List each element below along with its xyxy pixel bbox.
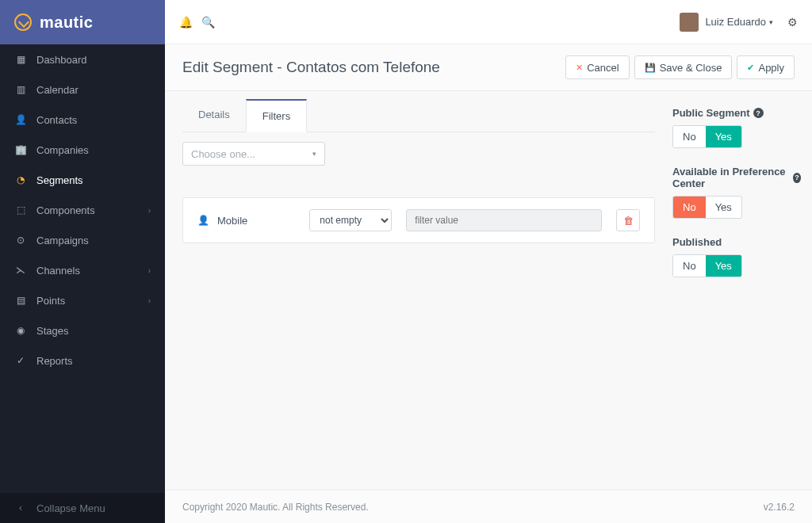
tabs: Details Filters [182, 99, 655, 132]
page-header: Edit Segment - Contatos com Telefone ✕Ca… [165, 44, 812, 91]
check-icon: ✔ [747, 63, 754, 73]
channels-icon: ⋋ [14, 265, 27, 276]
reports-icon: ✓ [14, 355, 27, 366]
picker-placeholder: Choose one... [191, 148, 255, 160]
stages-icon: ◉ [14, 325, 27, 336]
caret-down-icon: ▾ [312, 150, 316, 158]
brand-name: mautic [40, 13, 93, 32]
tab-filters[interactable]: Filters [246, 99, 307, 132]
filter-value-input[interactable] [406, 209, 602, 231]
user-name[interactable]: Luiz Eduardo [705, 16, 766, 28]
brand[interactable]: mautic [0, 0, 165, 44]
chevron-right-icon: › [148, 206, 151, 215]
search-icon[interactable]: 🔍 [201, 16, 224, 29]
toggle-no[interactable]: No [673, 255, 706, 277]
help-icon[interactable]: ? [753, 108, 764, 118]
components-icon: ⬚ [14, 204, 27, 216]
save-close-button[interactable]: 💾Save & Close [634, 55, 733, 79]
close-icon: ✕ [576, 63, 583, 73]
chevron-left-icon: ‹ [14, 502, 27, 513]
toggle-yes[interactable]: Yes [706, 197, 741, 218]
chevron-right-icon: › [148, 266, 151, 275]
filter-delete-button[interactable]: 🗑 [616, 209, 640, 231]
published-toggle[interactable]: No Yes [672, 254, 742, 277]
filter-field-picker[interactable]: Choose one... ▾ [182, 142, 325, 166]
filter-field: 👤 Mobile [197, 215, 247, 227]
sidebar-item-components[interactable]: ⬚Components› [0, 195, 165, 225]
sidebar-item-reports[interactable]: ✓Reports [0, 345, 165, 376]
toggle-no[interactable]: No [673, 126, 706, 147]
published-label: Published [672, 236, 801, 248]
gear-icon[interactable]: ⚙ [787, 16, 798, 29]
chevron-right-icon: › [148, 296, 151, 305]
public-segment-toggle[interactable]: No Yes [672, 125, 742, 148]
copyright: Copyright 2020 Mautic. All Rights Reserv… [182, 502, 369, 513]
help-icon[interactable]: ? [793, 173, 801, 183]
dashboard-icon: ▦ [14, 54, 27, 65]
sidebar-item-segments[interactable]: ◔Segments [0, 165, 165, 195]
apply-button[interactable]: ✔Apply [737, 55, 795, 79]
toggle-yes[interactable]: Yes [706, 255, 741, 277]
sidebar-item-dashboard[interactable]: ▦Dashboard [0, 44, 165, 74]
trash-icon: 🗑 [623, 215, 634, 227]
sidebar-item-companies[interactable]: 🏢Companies [0, 135, 165, 165]
campaigns-icon: ⊙ [14, 235, 27, 246]
tab-details[interactable]: Details [182, 99, 246, 132]
notifications-icon[interactable]: 🔔 [179, 16, 201, 29]
footer: Copyright 2020 Mautic. All Rights Reserv… [165, 490, 812, 523]
filter-row: 👤 Mobile not empty 🗑 [182, 197, 655, 243]
avatar[interactable] [680, 13, 699, 32]
toggle-no[interactable]: No [673, 197, 706, 218]
calendar-icon: ▥ [14, 84, 27, 95]
pref-center-label: Available in Preference Center? [672, 166, 801, 189]
sidebar-item-stages[interactable]: ◉Stages [0, 315, 165, 345]
user-icon: 👤 [197, 215, 209, 226]
public-segment-label: Public Segment? [672, 107, 801, 119]
side-panel: Public Segment? No Yes Available in Pref… [672, 91, 812, 490]
sidebar-item-campaigns[interactable]: ⊙Campaigns [0, 225, 165, 255]
save-icon: 💾 [645, 63, 656, 73]
sidebar-item-channels[interactable]: ⋋Channels› [0, 255, 165, 285]
points-icon: ▤ [14, 295, 27, 306]
sidebar-item-contacts[interactable]: 👤Contacts [0, 105, 165, 135]
filter-field-label: Mobile [217, 215, 247, 227]
sidebar-collapse[interactable]: ‹Collapse Menu [0, 493, 165, 523]
sidebar: mautic ▦Dashboard ▥Calendar 👤Contacts 🏢C… [0, 0, 165, 523]
toggle-yes[interactable]: Yes [706, 126, 741, 147]
version: v2.16.2 [764, 502, 795, 513]
cancel-button[interactable]: ✕Cancel [565, 55, 629, 79]
sidebar-item-calendar[interactable]: ▥Calendar [0, 74, 165, 105]
user-menu-caret-icon[interactable]: ▾ [769, 18, 773, 26]
contacts-icon: 👤 [14, 114, 27, 125]
companies-icon: 🏢 [14, 144, 27, 155]
filter-operator-select[interactable]: not empty [309, 209, 392, 231]
segments-icon: ◔ [14, 174, 27, 185]
pref-center-toggle[interactable]: No Yes [672, 196, 742, 219]
page-title: Edit Segment - Contatos com Telefone [182, 59, 561, 76]
topbar: 🔔 🔍 Luiz Eduardo ▾ ⚙ [165, 0, 812, 44]
sidebar-item-points[interactable]: ▤Points› [0, 285, 165, 315]
brand-logo-icon [14, 13, 32, 31]
